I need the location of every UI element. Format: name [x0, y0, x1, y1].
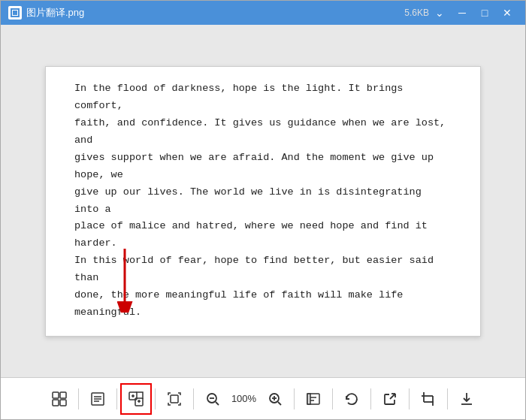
- content-area: In the flood of darkness, hope is the li…: [1, 25, 525, 377]
- window-controls: ⌄ ─ □ ✕: [429, 5, 518, 21]
- svg-rect-5: [53, 392, 59, 398]
- svg-rect-19: [171, 395, 178, 403]
- image-split-btn[interactable]: [44, 383, 75, 415]
- and-word-1: and: [117, 117, 135, 128]
- divider-6: [332, 388, 333, 409]
- image-canvas: In the flood of darkness, hope is the li…: [45, 66, 481, 337]
- and-word-3: and: [172, 220, 190, 231]
- main-window: 图片翻译.png 5.6KB ⌄ ─ □ ✕ In the flood of d…: [0, 0, 526, 420]
- svg-rect-6: [60, 392, 66, 398]
- image-info-btn[interactable]: [298, 383, 329, 415]
- divider-9: [447, 388, 448, 409]
- and-word-2: and: [74, 134, 92, 146]
- svg-rect-8: [60, 400, 66, 406]
- maximize-btn[interactable]: □: [474, 5, 495, 21]
- window-title: 图片翻译.png: [26, 6, 398, 20]
- divider-5: [294, 388, 295, 409]
- dropdown-btn[interactable]: ⌄: [429, 5, 450, 21]
- divider-3: [155, 388, 156, 409]
- toolbar: 100%: [1, 377, 525, 419]
- zoom-in-btn[interactable]: [259, 383, 291, 415]
- screenshot-btn[interactable]: [159, 383, 190, 415]
- crop-btn[interactable]: [413, 383, 444, 415]
- svg-rect-7: [53, 400, 59, 406]
- open-btn[interactable]: [374, 383, 406, 415]
- app-icon: [8, 6, 22, 20]
- minimize-btn[interactable]: ─: [452, 5, 473, 21]
- titlebar: 图片翻译.png 5.6KB ⌄ ─ □ ✕: [1, 1, 525, 25]
- divider-4: [193, 388, 194, 409]
- svg-line-22: [216, 402, 219, 405]
- svg-line-33: [390, 394, 395, 399]
- file-size: 5.6KB: [404, 8, 429, 18]
- zoom-out-btn[interactable]: [197, 383, 228, 415]
- image-text: In the flood of darkness, hope is the li…: [46, 59, 480, 343]
- svg-rect-2: [13, 11, 17, 15]
- download-btn[interactable]: [451, 383, 482, 415]
- svg-line-26: [278, 402, 281, 405]
- divider-1: [78, 388, 79, 409]
- and-word-4: and: [361, 220, 379, 231]
- ocr-btn[interactable]: [82, 383, 113, 415]
- rotate-btn[interactable]: [336, 383, 367, 415]
- divider-7: [370, 388, 371, 409]
- divider-8: [409, 388, 410, 409]
- svg-rect-30: [307, 394, 310, 404]
- close-btn[interactable]: ✕: [497, 5, 518, 21]
- translate-btn[interactable]: [120, 383, 152, 415]
- divider-2: [116, 388, 117, 409]
- zoom-label: 100%: [228, 393, 259, 404]
